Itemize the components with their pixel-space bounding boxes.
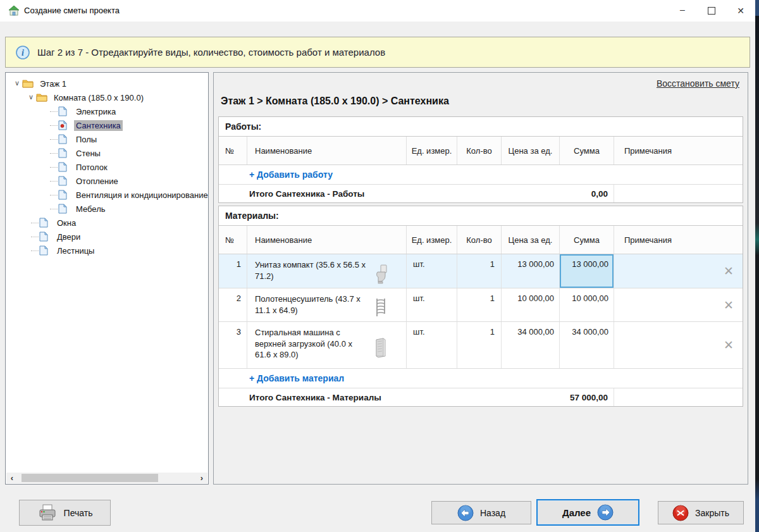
tree-horizontal-scrollbar[interactable]: ‹ › [6,473,207,483]
material-qty[interactable]: 1 [457,322,501,368]
material-sum[interactable]: 13 000,00 [559,254,614,288]
scroll-left-icon[interactable]: ‹ [6,473,18,483]
tree-label: Вентиляция и кондиционирование [74,190,209,201]
next-button[interactable]: Далее [536,499,639,526]
tree-item-electrics[interactable]: Электрика [6,104,208,118]
material-qty[interactable]: 1 [457,254,501,288]
column-header-notes: Примечания [614,137,743,164]
tree-label: Отопление [74,176,120,187]
scroll-right-icon[interactable]: › [196,473,207,483]
add-material-row: + Добавить материал [219,369,743,388]
project-tree-panel: ∨ Этаж 1 ∨ Комната (185.0 x 190.0) Элект… [5,72,209,485]
tree-connector [50,167,58,168]
tree-item-plumbing[interactable]: Сантехника [6,118,208,132]
tree-item-doors[interactable]: Двери [6,230,208,244]
material-name: Унитаз компакт (35.6 x 56.5 x 71.2) [255,259,370,288]
close-window-button[interactable]: ✕ [726,0,755,22]
works-total-row: Итого Сантехника - Работы 0,00 [219,185,743,202]
project-tree: ∨ Этаж 1 ∨ Комната (185.0 x 190.0) Элект… [6,73,208,257]
background-app-sliver [755,0,759,532]
column-header-name: Наименование [247,226,406,254]
towel-rail-image [370,297,392,318]
wizard-step-banner: i Шаг 2 из 7 - Отредактируйте виды, коли… [5,37,750,68]
tree-label: Полы [74,134,99,145]
materials-total-label: Итого Сантехника - Материалы [219,388,559,406]
info-icon: i [16,46,30,59]
material-sum[interactable]: 34 000,00 [559,322,614,368]
tree-item-walls[interactable]: Стены [6,146,208,160]
material-price[interactable]: 13 000,00 [501,254,559,288]
tree-item-furniture[interactable]: Мебель [6,202,208,216]
tree-connector [50,139,58,140]
folder-icon [36,92,47,102]
material-notes-cell[interactable]: ✕ [614,254,743,288]
tree-connector [50,195,58,195]
chevron-down-icon[interactable]: ∨ [26,93,36,101]
material-name-cell[interactable]: Стиральная машина с верхней загрузкой (4… [247,322,406,368]
document-icon [39,245,51,256]
tree-item-heating[interactable]: Отопление [6,174,208,188]
tree-item-floor1[interactable]: ∨ Этаж 1 [6,77,208,90]
app-house-icon [8,5,20,16]
material-name-cell[interactable]: Унитаз компакт (35.6 x 56.5 x 71.2) [247,254,406,288]
restore-estimate-link[interactable]: Восстановить смету [657,78,739,89]
table-row[interactable]: 1 Унитаз компакт (35.6 x 56.5 x 71.2) шт… [219,254,743,288]
tree-connector [50,125,58,126]
works-table-header: № Наименование Ед. измер. Кол-во Цена за… [219,137,743,165]
delete-row-button[interactable]: ✕ [724,265,734,277]
add-material-button[interactable]: + Добавить материал [249,373,344,383]
back-button[interactable]: Назад [431,501,531,524]
tree-item-windows[interactable]: Окна [6,216,208,230]
next-label: Далее [562,507,591,518]
breadcrumb: Этаж 1 > Комната (185.0 x 190.0) > Санте… [221,96,449,107]
tree-label: Лестницы [55,245,96,256]
tree-item-ventilation[interactable]: Вентиляция и кондиционирование [6,188,208,202]
column-header-qty: Кол-во [457,226,501,254]
material-name-cell[interactable]: Полотенцесушитель (43.7 x 11.1 x 64.9) [247,288,406,321]
material-name: Полотенцесушитель (43.7 x 11.1 x 64.9) [255,294,370,321]
tree-label: Мебель [74,204,108,214]
tree-item-ceiling[interactable]: Потолок [6,160,208,174]
add-work-button[interactable]: + Добавить работу [249,170,333,180]
chevron-down-icon[interactable]: ∨ [12,79,22,87]
delete-row-button[interactable]: ✕ [724,339,734,351]
tree-item-stairs[interactable]: Лестницы [6,244,208,257]
tree-item-room[interactable]: ∨ Комната (185.0 x 190.0) [6,90,208,104]
print-label: Печать [64,508,93,518]
material-qty[interactable]: 1 [457,288,501,321]
tree-connector [31,251,39,251]
materials-total-notes [614,388,743,406]
tree-connector [31,237,39,237]
document-icon [39,232,51,242]
document-icon [58,176,70,186]
material-price[interactable]: 10 000,00 [501,288,559,321]
document-icon [58,190,70,200]
materials-total-row: Итого Сантехника - Материалы 57 000,00 [219,388,743,406]
delete-row-button[interactable]: ✕ [724,299,734,311]
arrow-right-icon [597,504,614,521]
tree-label: Двери [55,232,82,242]
printer-icon [37,504,58,522]
minimize-button[interactable]: – [668,0,697,22]
svg-text:i: i [22,48,24,58]
table-row[interactable]: 2 Полотенцесушитель (43.7 x 11.1 x 64.9) [219,288,743,322]
title-bar: Создание сметы проекта – ✕ [0,0,755,22]
material-notes-cell[interactable]: ✕ [614,288,743,321]
table-row[interactable]: 3 Стиральная машина с верхней загрузкой … [219,322,743,369]
material-sum[interactable]: 10 000,00 [559,288,614,321]
tree-item-floors[interactable]: Полы [6,132,208,146]
material-notes-cell[interactable]: ✕ [614,322,743,368]
material-price[interactable]: 34 000,00 [501,322,559,368]
print-button[interactable]: Печать [19,500,111,526]
tree-label: Этаж 1 [38,78,68,89]
window-controls: – ✕ [668,0,755,22]
document-icon [58,134,70,144]
document-icon [58,162,70,172]
close-button[interactable]: Закрыть [658,501,744,524]
maximize-button[interactable] [697,0,726,22]
column-header-qty: Кол-во [457,137,501,164]
tree-connector [31,223,39,223]
close-icon: ✕ [737,6,744,16]
scrollbar-thumb[interactable] [22,474,158,482]
document-icon [58,148,70,158]
